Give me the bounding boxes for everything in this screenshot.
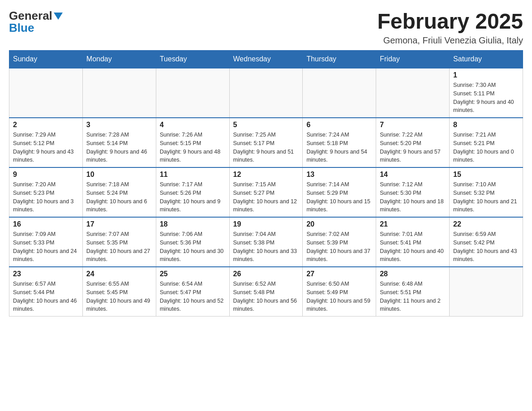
logo-triangle-icon — [54, 13, 63, 21]
day-info: Sunrise: 7:17 AMSunset: 5:26 PMDaylight:… — [160, 180, 226, 214]
day-number: 1 — [453, 71, 519, 79]
calendar-cell: 10Sunrise: 7:18 AMSunset: 5:24 PMDayligh… — [82, 167, 156, 217]
calendar-cell: 20Sunrise: 7:02 AMSunset: 5:39 PMDayligh… — [303, 217, 376, 267]
col-friday: Friday — [376, 51, 450, 68]
calendar-cell: 12Sunrise: 7:15 AMSunset: 5:27 PMDayligh… — [229, 167, 303, 217]
day-number: 11 — [160, 171, 226, 179]
calendar-cell: 18Sunrise: 7:06 AMSunset: 5:36 PMDayligh… — [156, 217, 229, 267]
day-number: 6 — [306, 121, 372, 129]
col-wednesday: Wednesday — [229, 51, 303, 68]
day-number: 16 — [13, 220, 79, 228]
calendar-cell: 4Sunrise: 7:26 AMSunset: 5:15 PMDaylight… — [156, 118, 229, 167]
calendar-cell: 23Sunrise: 6:57 AMSunset: 5:44 PMDayligh… — [9, 267, 83, 317]
day-info: Sunrise: 7:12 AMSunset: 5:30 PMDaylight:… — [380, 180, 446, 214]
calendar-cell: 9Sunrise: 7:20 AMSunset: 5:23 PMDaylight… — [9, 167, 83, 217]
day-info: Sunrise: 6:55 AMSunset: 5:45 PMDaylight:… — [86, 280, 152, 313]
day-info: Sunrise: 7:28 AMSunset: 5:14 PMDaylight:… — [86, 131, 152, 164]
calendar-cell: 26Sunrise: 6:52 AMSunset: 5:48 PMDayligh… — [229, 267, 303, 317]
day-info: Sunrise: 7:22 AMSunset: 5:20 PMDaylight:… — [380, 131, 446, 164]
day-number: 27 — [306, 270, 372, 278]
calendar-cell: 17Sunrise: 7:07 AMSunset: 5:35 PMDayligh… — [82, 217, 156, 267]
calendar-cell: 22Sunrise: 6:59 AMSunset: 5:42 PMDayligh… — [450, 217, 523, 267]
day-number: 15 — [453, 171, 519, 179]
day-info: Sunrise: 7:21 AMSunset: 5:21 PMDaylight:… — [453, 131, 519, 164]
logo: General Blue — [9, 9, 63, 35]
day-info: Sunrise: 7:01 AMSunset: 5:41 PMDaylight:… — [380, 230, 446, 264]
day-info: Sunrise: 7:07 AMSunset: 5:35 PMDaylight:… — [86, 230, 152, 264]
day-number: 18 — [160, 220, 226, 228]
day-info: Sunrise: 6:57 AMSunset: 5:44 PMDaylight:… — [13, 280, 79, 313]
calendar-cell — [82, 68, 156, 118]
calendar-cell — [450, 267, 523, 317]
calendar-cell: 24Sunrise: 6:55 AMSunset: 5:45 PMDayligh… — [82, 267, 156, 317]
title-section: February 2025 Gemona, Friuli Venezia Giu… — [377, 9, 523, 46]
calendar-cell: 13Sunrise: 7:14 AMSunset: 5:29 PMDayligh… — [303, 167, 376, 217]
day-number: 3 — [86, 121, 152, 129]
day-number: 26 — [233, 270, 299, 278]
calendar-cell — [376, 68, 450, 118]
day-number: 4 — [160, 121, 226, 129]
week-row-3: 9Sunrise: 7:20 AMSunset: 5:23 PMDaylight… — [9, 167, 523, 217]
day-info: Sunrise: 7:18 AMSunset: 5:24 PMDaylight:… — [86, 180, 152, 214]
calendar-cell — [229, 68, 303, 118]
calendar-table: Sunday Monday Tuesday Wednesday Thursday… — [9, 50, 523, 317]
day-number: 13 — [306, 171, 372, 179]
day-info: Sunrise: 6:48 AMSunset: 5:51 PMDaylight:… — [380, 280, 446, 313]
calendar-cell: 1Sunrise: 7:30 AMSunset: 5:11 PMDaylight… — [450, 68, 523, 118]
day-info: Sunrise: 7:14 AMSunset: 5:29 PMDaylight:… — [306, 180, 372, 214]
day-number: 10 — [86, 171, 152, 179]
logo-blue-text: Blue — [9, 21, 34, 35]
calendar-cell: 6Sunrise: 7:24 AMSunset: 5:18 PMDaylight… — [303, 118, 376, 167]
day-number: 23 — [13, 270, 79, 278]
day-info: Sunrise: 7:02 AMSunset: 5:39 PMDaylight:… — [306, 230, 372, 264]
day-info: Sunrise: 7:29 AMSunset: 5:12 PMDaylight:… — [13, 131, 79, 164]
day-number: 2 — [13, 121, 79, 129]
day-number: 8 — [453, 121, 519, 129]
day-number: 20 — [306, 220, 372, 228]
day-info: Sunrise: 7:20 AMSunset: 5:23 PMDaylight:… — [13, 180, 79, 214]
day-info: Sunrise: 7:24 AMSunset: 5:18 PMDaylight:… — [306, 131, 372, 164]
day-number: 12 — [233, 171, 299, 179]
calendar-cell: 3Sunrise: 7:28 AMSunset: 5:14 PMDaylight… — [82, 118, 156, 167]
week-row-4: 16Sunrise: 7:09 AMSunset: 5:33 PMDayligh… — [9, 217, 523, 267]
day-info: Sunrise: 7:10 AMSunset: 5:32 PMDaylight:… — [453, 180, 519, 214]
calendar-title: February 2025 — [377, 9, 523, 34]
day-info: Sunrise: 6:54 AMSunset: 5:47 PMDaylight:… — [160, 280, 226, 313]
col-sunday: Sunday — [9, 51, 83, 68]
calendar-cell: 2Sunrise: 7:29 AMSunset: 5:12 PMDaylight… — [9, 118, 83, 167]
calendar-cell: 5Sunrise: 7:25 AMSunset: 5:17 PMDaylight… — [229, 118, 303, 167]
day-number: 25 — [160, 270, 226, 278]
calendar-cell: 19Sunrise: 7:04 AMSunset: 5:38 PMDayligh… — [229, 217, 303, 267]
day-info: Sunrise: 7:09 AMSunset: 5:33 PMDaylight:… — [13, 230, 79, 264]
calendar-cell: 27Sunrise: 6:50 AMSunset: 5:49 PMDayligh… — [303, 267, 376, 317]
day-number: 14 — [380, 171, 446, 179]
day-info: Sunrise: 6:50 AMSunset: 5:49 PMDaylight:… — [306, 280, 372, 313]
day-number: 9 — [13, 171, 79, 179]
week-row-2: 2Sunrise: 7:29 AMSunset: 5:12 PMDaylight… — [9, 118, 523, 167]
day-number: 19 — [233, 220, 299, 228]
col-monday: Monday — [82, 51, 156, 68]
day-info: Sunrise: 6:59 AMSunset: 5:42 PMDaylight:… — [453, 230, 519, 264]
week-row-1: 1Sunrise: 7:30 AMSunset: 5:11 PMDaylight… — [9, 68, 523, 118]
calendar-cell — [9, 68, 83, 118]
day-number: 7 — [380, 121, 446, 129]
week-row-5: 23Sunrise: 6:57 AMSunset: 5:44 PMDayligh… — [9, 267, 523, 317]
calendar-body: 1Sunrise: 7:30 AMSunset: 5:11 PMDaylight… — [9, 68, 523, 317]
calendar-cell — [156, 68, 229, 118]
col-saturday: Saturday — [450, 51, 523, 68]
calendar-cell: 7Sunrise: 7:22 AMSunset: 5:20 PMDaylight… — [376, 118, 450, 167]
day-number: 22 — [453, 220, 519, 228]
header-row: Sunday Monday Tuesday Wednesday Thursday… — [9, 51, 523, 68]
col-thursday: Thursday — [303, 51, 376, 68]
day-number: 24 — [86, 270, 152, 278]
calendar-cell: 25Sunrise: 6:54 AMSunset: 5:47 PMDayligh… — [156, 267, 229, 317]
day-number: 17 — [86, 220, 152, 228]
day-number: 5 — [233, 121, 299, 129]
calendar-cell — [303, 68, 376, 118]
day-info: Sunrise: 7:26 AMSunset: 5:15 PMDaylight:… — [160, 131, 226, 164]
day-number: 28 — [380, 270, 446, 278]
day-info: Sunrise: 7:30 AMSunset: 5:11 PMDaylight:… — [453, 81, 519, 115]
day-number: 21 — [380, 220, 446, 228]
calendar-cell: 14Sunrise: 7:12 AMSunset: 5:30 PMDayligh… — [376, 167, 450, 217]
day-info: Sunrise: 7:06 AMSunset: 5:36 PMDaylight:… — [160, 230, 226, 264]
